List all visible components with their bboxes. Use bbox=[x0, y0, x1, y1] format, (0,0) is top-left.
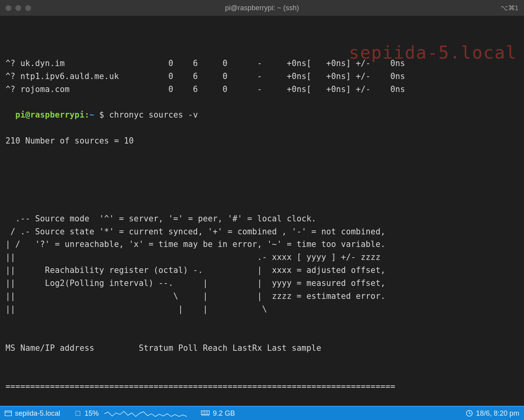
window-hotkey: ⌥⌘1 bbox=[500, 4, 518, 12]
table-row: ^? uk.dyn.im 0 6 0 - +0ns[ +0ns] +/- 0ns bbox=[6, 57, 518, 70]
svg-rect-0 bbox=[5, 411, 12, 416]
command-text: chronyc sources -v bbox=[109, 110, 198, 120]
titlebar: pi@raspberrypi: ~ (ssh) ⌥⌘1 bbox=[0, 0, 524, 16]
status-clock[interactable]: 18/6, 8:20 pm bbox=[466, 409, 519, 418]
legend-line: || \ | | zzzz = estimated error. bbox=[6, 290, 518, 303]
legend-line: || Reachability register (octal) -. | xx… bbox=[6, 264, 518, 277]
prompt-line: pi@raspberrypi:~ $ chronyc sources -v bbox=[15, 110, 198, 120]
svg-line-15 bbox=[469, 413, 471, 414]
svg-rect-3 bbox=[201, 411, 210, 415]
ram-icon bbox=[201, 411, 210, 416]
status-text: 210 Number of sources = 10 bbox=[6, 134, 518, 147]
status-host[interactable]: sepiida-5.local bbox=[5, 409, 60, 418]
statusbar: sepiida-5.local 15% 9.2 GB 18/6, 8:20 pm bbox=[0, 406, 524, 420]
cpu-icon bbox=[74, 410, 81, 417]
cpu-sparkline bbox=[104, 409, 187, 418]
legend-line: || | | \ bbox=[6, 303, 518, 316]
status-ram-value: 9.2 GB bbox=[213, 409, 235, 418]
clock-icon bbox=[466, 410, 473, 417]
prompt-path: ~ bbox=[89, 110, 94, 120]
prompt-user: pi@raspberrypi bbox=[15, 110, 85, 120]
terminal[interactable]: sepiida-5.local ^? uk.dyn.im 0 6 0 - +0n… bbox=[0, 16, 524, 420]
divider: ========================================… bbox=[6, 380, 518, 393]
table-row: ^? ntp1.ipv6.auld.me.uk 0 6 0 - +0ns[ +0… bbox=[6, 70, 518, 83]
window-icon bbox=[5, 411, 12, 416]
table-header: MS Name/IP address Stratum Poll Reach La… bbox=[6, 342, 518, 355]
table-row: ^? rojoma.com 0 6 0 - +0ns[ +0ns] +/- 0n… bbox=[6, 83, 518, 96]
status-host-label: sepiida-5.local bbox=[15, 409, 60, 418]
legend-line: .-- Source mode '^' = server, '=' = peer… bbox=[6, 212, 518, 225]
window-title: pi@raspberrypi: ~ (ssh) bbox=[0, 4, 524, 12]
status-ram[interactable]: 9.2 GB bbox=[201, 409, 235, 418]
legend-line: || .- xxxx [ yyyy ] +/- zzzz bbox=[6, 251, 518, 264]
status-cpu[interactable]: 15% bbox=[74, 409, 187, 418]
legend-line: / .- Source state '*' = current synced, … bbox=[6, 225, 518, 238]
status-clock-value: 18/6, 8:20 pm bbox=[476, 409, 519, 418]
prompt-symbol: $ bbox=[99, 110, 104, 120]
status-cpu-value: 15% bbox=[85, 409, 99, 418]
legend-line: | / '?' = unreachable, 'x' = time may be… bbox=[6, 238, 518, 251]
legend-line: || Log2(Polling interval) --. | | yyyy =… bbox=[6, 277, 518, 290]
svg-rect-2 bbox=[76, 411, 80, 416]
